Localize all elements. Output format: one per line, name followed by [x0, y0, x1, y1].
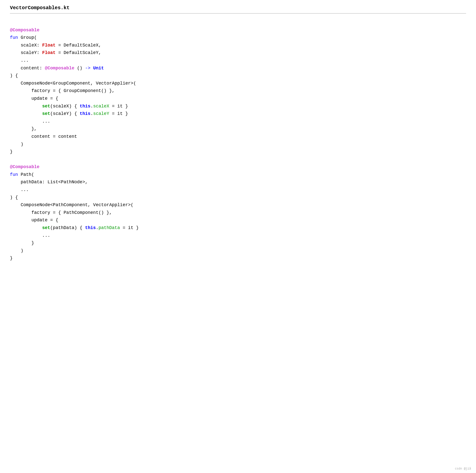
prop-pathdata-1: pathData: [99, 225, 120, 230]
watermark: csdn @jiǎ: [455, 467, 471, 471]
type-unit-1: Unit: [93, 66, 104, 71]
fun-name-path: Path(: [21, 172, 34, 177]
set-keyword-1: set: [42, 104, 50, 109]
type-float-2: Float: [42, 50, 56, 55]
this-keyword-1: this: [80, 104, 90, 109]
annotation-composable-1: @Composable: [10, 28, 40, 33]
annotation-composable-inline: @Composable: [45, 66, 74, 71]
type-float-1: Float: [42, 43, 56, 48]
fun-name-group: Group(: [21, 35, 37, 40]
fun-keyword-2: fun: [10, 172, 18, 177]
set-keyword-2: set: [42, 111, 50, 116]
main-container: VectorComposables.kt @Composable fun Gro…: [0, 0, 476, 473]
arrow-1: ->: [85, 66, 90, 71]
this-keyword-2: this: [80, 111, 90, 116]
set-keyword-3: set: [42, 225, 50, 230]
annotation-composable-2: @Composable: [10, 164, 40, 169]
file-title: VectorComposables.kt: [10, 5, 466, 11]
prop-scalex-1: scaleX: [93, 104, 109, 109]
this-keyword-3: this: [85, 225, 96, 230]
code-block: @Composable fun Group( scaleX: Float = D…: [10, 19, 466, 270]
fun-keyword-1: fun: [10, 35, 18, 40]
divider: [10, 13, 466, 14]
prop-scaley-1: scaleY: [93, 111, 109, 116]
